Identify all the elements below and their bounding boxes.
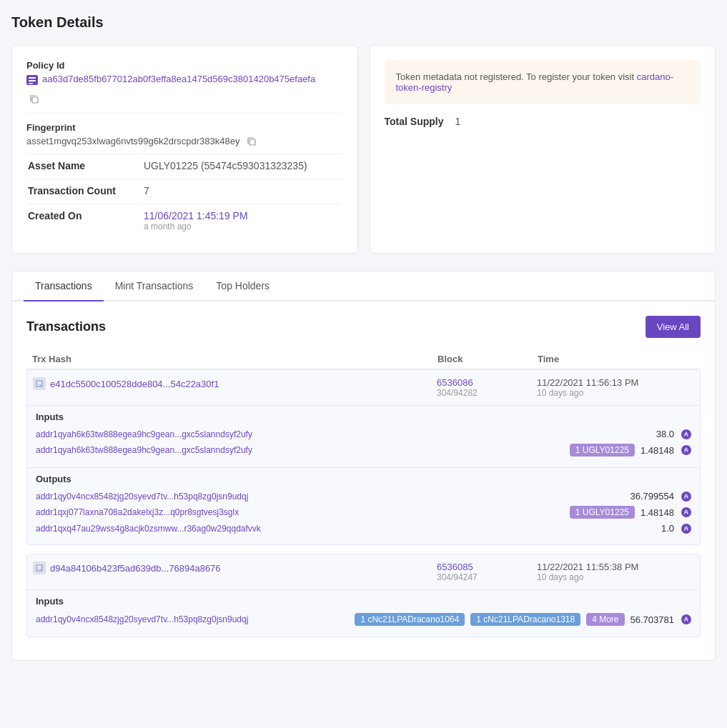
copy-icon[interactable] xyxy=(29,94,39,104)
transaction-count-label: Transaction Count xyxy=(28,179,142,202)
asset-name-row: Asset Name UGLY01225 (55474c593031323235… xyxy=(28,154,342,177)
svg-rect-13 xyxy=(37,569,40,570)
output-addr-1-2[interactable]: addr1qxj077laxna708a2dakelxj3z...q0pr8sg… xyxy=(36,507,564,517)
tabs-section: Transactions Mint Transactions Top Holde… xyxy=(11,271,716,661)
table-row: d94a84106b423f5ad639db...76894a8676 6536… xyxy=(26,554,701,637)
svg-rect-5 xyxy=(249,139,255,145)
input-amount-2-1: 56.703781 xyxy=(630,614,674,625)
tab-mint-transactions[interactable]: Mint Transactions xyxy=(104,271,205,301)
trx-hash-cell-1: e41dc5500c100528dde804...54c22a30f1 xyxy=(33,377,437,390)
ada-icon-out-1-2: ₳ xyxy=(681,507,691,517)
fingerprint-copy-icon[interactable] xyxy=(247,136,257,146)
output-row-1-1: addr1qy0v4ncx8548zjg20syevd7tv...h53pq8z… xyxy=(36,489,691,504)
output-badge-1-2: 1 UGLY01225 xyxy=(570,506,635,519)
tab-top-holders[interactable]: Top Holders xyxy=(204,271,281,301)
inputs-section-1: Inputs addr1qyah6k63tw888egea9hc9gean...… xyxy=(27,405,700,467)
input-row-1-1: addr1qyah6k63tw888egea9hc9gean...gxc5sla… xyxy=(36,427,691,442)
output-amount-1-3: 1.0 xyxy=(661,523,674,534)
created-on-label: Created On xyxy=(28,204,142,237)
table-header: Trx Hash Block Time xyxy=(26,349,701,369)
table-row: e41dc5500c100528dde804...54c22a30f1 6536… xyxy=(26,369,701,545)
ada-icon-2-1: ₳ xyxy=(681,614,691,624)
top-section: Policy Id aa63d7de85fb677012ab0f3effa8ea… xyxy=(11,45,716,254)
tab-transactions[interactable]: Transactions xyxy=(24,271,104,301)
policy-id-value[interactable]: aa63d7de85fb677012ab0f3effa8ea1475d569c3… xyxy=(42,74,315,84)
svg-rect-12 xyxy=(37,568,41,569)
svg-rect-8 xyxy=(37,384,41,385)
created-date: 11/06/2021 1:45:19 PM xyxy=(144,210,342,221)
input-row-2-1: addr1qy0v4ncx8548zjg20syevd7tv...h53pq8z… xyxy=(36,611,691,628)
transactions-header: Transactions View All xyxy=(26,316,701,338)
input-addr-1-1[interactable]: addr1qyah6k63tw888egea9hc9gean...gxc5sla… xyxy=(36,429,651,439)
metadata-notice: Token metadata not registered. To regist… xyxy=(385,60,701,104)
time-cell-1: 11/22/2021 11:56:13 PM 10 days ago xyxy=(537,377,694,398)
col-block: Block xyxy=(437,354,538,364)
output-addr-1-1[interactable]: addr1qy0v4ncx8548zjg20syevd7tv...h53pq8z… xyxy=(36,492,625,502)
input-row-1-2: addr1qyah6k63tw888egea9hc9gean...gxc5sla… xyxy=(36,442,691,459)
outputs-section-1: Outputs addr1qy0v4ncx8548zjg20syevd7tv..… xyxy=(27,467,700,544)
policy-id-icon xyxy=(26,75,38,87)
asset-name-value: UGLY01225 (55474c593031323235) xyxy=(144,154,342,177)
transaction-count-row: Transaction Count 7 xyxy=(28,179,342,202)
inputs-label-2: Inputs xyxy=(36,596,691,607)
input-right-1-1: 38.0 ₳ xyxy=(656,429,691,439)
input-addr-1-2[interactable]: addr1qyah6k63tw888egea9hc9gean...gxc5sla… xyxy=(36,445,564,455)
created-ago: a month ago xyxy=(144,221,342,231)
output-right-1-1: 36.799554 ₳ xyxy=(630,491,691,502)
output-row-1-3: addr1qxq47au29wss4g8acjk0zsmww...r36ag0w… xyxy=(36,521,691,536)
output-right-1-3: 1.0 ₳ xyxy=(661,523,691,534)
more-badge-2-1[interactable]: 4 More xyxy=(586,613,624,626)
block-cell-1: 6536086 304/94282 xyxy=(437,377,537,398)
svg-rect-3 xyxy=(29,83,33,84)
page-title: Token Details xyxy=(11,14,716,31)
output-amount-1-1: 36.799554 xyxy=(630,491,674,502)
asset-name-label: Asset Name xyxy=(28,154,142,177)
input-amount-1-2: 1.48148 xyxy=(641,445,674,456)
time-value-2: 11/22/2021 11:55:38 PM xyxy=(537,562,694,572)
output-addr-1-3[interactable]: addr1qxq47au29wss4g8acjk0zsmww...r36ag0w… xyxy=(36,524,656,534)
trx-row-main-2: d94a84106b423f5ad639db...76894a8676 6536… xyxy=(27,554,700,589)
output-row-1-2: addr1qxj077laxna708a2dakelxj3z...q0pr8sg… xyxy=(36,504,691,521)
transactions-panel-title: Transactions xyxy=(26,319,106,334)
trx-icon-2 xyxy=(33,562,46,574)
svg-rect-7 xyxy=(37,382,41,383)
ada-icon-1-2: ₳ xyxy=(681,445,691,455)
input-amount-1-1: 38.0 xyxy=(656,429,674,439)
input-addr-2-1[interactable]: addr1qy0v4ncx8548zjg20syevd7tv...h53pq8z… xyxy=(36,614,349,624)
input-right-1-2: 1 UGLY01225 1.48148 ₳ xyxy=(570,444,691,457)
time-ago-1: 10 days ago xyxy=(537,388,694,398)
created-on-row: Created On 11/06/2021 1:45:19 PM a month… xyxy=(28,204,342,237)
svg-rect-1 xyxy=(29,77,36,79)
trx-hash-link-2[interactable]: d94a84106b423f5ad639db...76894a8676 xyxy=(50,563,221,574)
input-badge-1-2: 1 UGLY01225 xyxy=(570,444,635,457)
fingerprint-label: Fingerprint xyxy=(26,122,343,133)
trx-row-main-1: e41dc5500c100528dde804...54c22a30f1 6536… xyxy=(27,370,700,405)
block-number-2: 6536085 xyxy=(437,562,537,572)
col-trx-hash: Trx Hash xyxy=(32,354,437,364)
tabs-bar: Transactions Mint Transactions Top Holde… xyxy=(12,271,715,301)
detail-table: Asset Name UGLY01225 (55474c593031323235… xyxy=(26,152,343,239)
token-details-card: Policy Id aa63d7de85fb677012ab0f3effa8ea… xyxy=(11,45,358,254)
total-supply-value: 1 xyxy=(455,116,460,127)
trx-hash-link-1[interactable]: e41dc5500c100528dde804...54c22a30f1 xyxy=(50,379,219,389)
policy-id-label: Policy Id xyxy=(26,60,343,71)
fingerprint-value: asset1mgvq253xlwag6nvts99g6k2drscpdr383k… xyxy=(26,136,239,146)
col-time: Time xyxy=(538,354,695,364)
input-right-2-1: 1 cNc21LPADracano1064 1 cNc21LPADracano1… xyxy=(355,613,691,626)
input-badge-2-1a: 1 cNc21LPADracano1064 xyxy=(355,613,465,626)
svg-rect-11 xyxy=(37,566,41,567)
transactions-panel: Transactions View All Trx Hash Block Tim… xyxy=(12,301,715,660)
view-all-button[interactable]: View All xyxy=(646,316,701,338)
input-badge-2-1b: 1 cNc21LPADracano1318 xyxy=(470,613,580,626)
trx-icon-1 xyxy=(33,377,46,390)
svg-rect-4 xyxy=(32,97,38,103)
time-cell-2: 11/22/2021 11:55:38 PM 10 days ago xyxy=(537,562,694,582)
block-sub-1: 304/94282 xyxy=(437,388,537,398)
svg-rect-9 xyxy=(37,385,40,386)
block-cell-2: 6536085 304/94247 xyxy=(437,562,537,582)
created-on-cell: 11/06/2021 1:45:19 PM a month ago xyxy=(144,204,342,237)
ada-icon-out-1-3: ₳ xyxy=(681,524,691,534)
total-supply-label: Total Supply xyxy=(385,116,444,127)
output-right-1-2: 1 UGLY01225 1.48148 ₳ xyxy=(570,506,691,519)
total-supply-row: Total Supply 1 xyxy=(385,116,701,127)
